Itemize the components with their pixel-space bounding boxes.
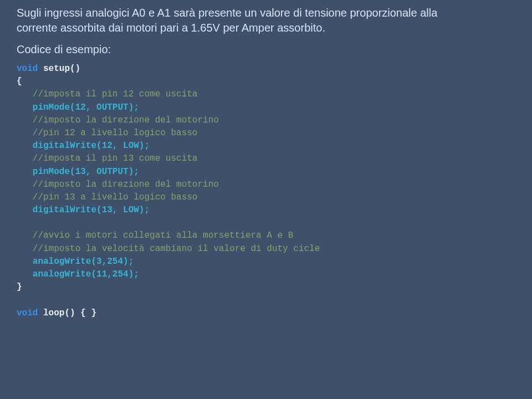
comment-dir13-b: //pin 13 a livello logico basso	[33, 192, 198, 202]
code-label: Codice di esempio:	[17, 43, 515, 56]
comment-dir13-a: //imposto la direzione del motorino	[33, 180, 219, 190]
comment-avvio-a: //avvio i motori collegati alla morsetti…	[33, 231, 293, 241]
intro-text: Sugli ingressi analogici A0 e A1 sarà pr…	[17, 6, 515, 35]
comment-dir12-b: //pin 12 a livello logico basso	[33, 128, 198, 138]
call-analogwrite-11: analogWrite(11,254);	[33, 269, 139, 279]
call-analogwrite-3: analogWrite(3,254);	[33, 257, 134, 267]
comment-pin12: //imposta il pin 12 come uscita	[33, 89, 198, 99]
keyword-void-setup: void	[17, 64, 38, 74]
keyword-void-loop: void	[17, 308, 38, 318]
comment-avvio-b: //imposto la velocità cambiano il valore…	[33, 244, 320, 254]
call-digitalwrite-12: digitalWrite(12, LOW);	[33, 141, 150, 151]
setup-decl: setup()	[38, 64, 80, 74]
call-pinmode-13: pinMode(13, OUTPUT);	[33, 167, 139, 177]
loop-decl: loop() { }	[38, 308, 96, 318]
page: Sugli ingressi analogici A0 e A1 sarà pr…	[0, 0, 532, 336]
call-digitalwrite-13: digitalWrite(13, LOW);	[33, 205, 150, 215]
comment-pin13: //imposta il pin 13 come uscita	[33, 154, 198, 163]
intro-line-2: corrente assorbita dai motori pari a 1.6…	[17, 22, 325, 34]
code-block: void setup() { //imposta il pin 12 come …	[17, 63, 515, 320]
call-pinmode-12: pinMode(12, OUTPUT);	[33, 103, 139, 112]
intro-line-1: Sugli ingressi analogici A0 e A1 sarà pr…	[17, 7, 437, 19]
brace-open: {	[17, 76, 22, 86]
comment-dir12-a: //imposto la direzione del motorino	[33, 115, 219, 125]
brace-close: }	[17, 282, 22, 292]
